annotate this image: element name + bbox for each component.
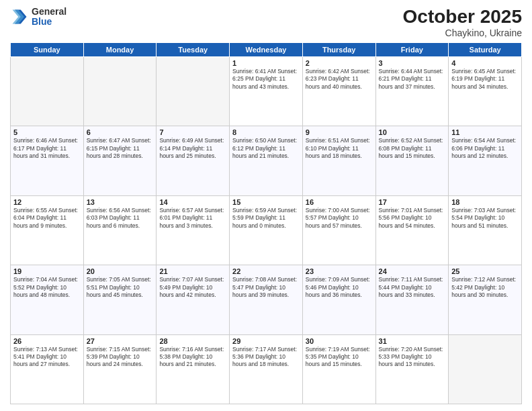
calendar-cell: 28Sunrise: 7:16 AM Sunset: 5:38 PM Dayli… (157, 334, 230, 404)
day-number: 30 (306, 337, 373, 345)
logo-blue: Blue (32, 17, 66, 27)
day-info: Sunrise: 6:42 AM Sunset: 6:23 PM Dayligh… (306, 68, 373, 91)
calendar-cell: 5Sunrise: 6:46 AM Sunset: 6:17 PM Daylig… (11, 126, 84, 195)
calendar-cell: 25Sunrise: 7:12 AM Sunset: 5:42 PM Dayli… (449, 265, 522, 334)
calendar-cell: 21Sunrise: 7:07 AM Sunset: 5:49 PM Dayli… (157, 265, 230, 334)
calendar-cell: 13Sunrise: 6:56 AM Sunset: 6:03 PM Dayli… (83, 195, 157, 265)
day-info: Sunrise: 7:11 AM Sunset: 5:44 PM Dayligh… (379, 276, 446, 299)
col-wednesday: Wednesday (230, 42, 303, 56)
calendar-week-4: 19Sunrise: 7:04 AM Sunset: 5:52 PM Dayli… (11, 265, 522, 334)
day-info: Sunrise: 6:50 AM Sunset: 6:12 PM Dayligh… (232, 137, 300, 160)
day-info: Sunrise: 7:15 AM Sunset: 5:39 PM Dayligh… (87, 346, 154, 369)
day-info: Sunrise: 7:09 AM Sunset: 5:46 PM Dayligh… (306, 276, 373, 299)
day-number: 16 (306, 198, 373, 206)
location-subtitle: Chaykino, Ukraine (403, 28, 522, 38)
calendar-cell: 6Sunrise: 6:47 AM Sunset: 6:15 PM Daylig… (83, 126, 157, 195)
day-number: 1 (232, 59, 300, 67)
calendar-cell: 27Sunrise: 7:15 AM Sunset: 5:39 PM Dayli… (83, 334, 157, 404)
calendar-week-5: 26Sunrise: 7:13 AM Sunset: 5:41 PM Dayli… (11, 334, 522, 404)
calendar-cell: 31Sunrise: 7:20 AM Sunset: 5:33 PM Dayli… (375, 334, 449, 404)
calendar-cell: 24Sunrise: 7:11 AM Sunset: 5:44 PM Dayli… (375, 265, 449, 334)
day-info: Sunrise: 7:17 AM Sunset: 5:36 PM Dayligh… (232, 346, 300, 369)
header: General Blue October 2025 Chaykino, Ukra… (10, 7, 522, 38)
calendar-cell: 30Sunrise: 7:19 AM Sunset: 5:35 PM Dayli… (302, 334, 375, 404)
day-info: Sunrise: 7:12 AM Sunset: 5:42 PM Dayligh… (451, 276, 519, 299)
calendar-cell (83, 56, 157, 126)
calendar-cell: 20Sunrise: 7:05 AM Sunset: 5:51 PM Dayli… (83, 265, 157, 334)
day-number: 11 (451, 128, 519, 136)
day-number: 21 (159, 267, 226, 275)
day-info: Sunrise: 7:01 AM Sunset: 5:56 PM Dayligh… (379, 207, 446, 230)
day-info: Sunrise: 7:04 AM Sunset: 5:52 PM Dayligh… (13, 276, 81, 299)
calendar-cell (449, 334, 522, 404)
calendar-cell: 8Sunrise: 6:50 AM Sunset: 6:12 PM Daylig… (230, 126, 303, 195)
day-number: 22 (232, 267, 300, 275)
day-number: 26 (13, 337, 81, 345)
day-number: 8 (232, 128, 300, 136)
day-info: Sunrise: 6:44 AM Sunset: 6:21 PM Dayligh… (379, 68, 446, 91)
day-info: Sunrise: 7:19 AM Sunset: 5:35 PM Dayligh… (306, 346, 373, 369)
calendar-cell (11, 56, 84, 126)
col-thursday: Thursday (302, 42, 375, 56)
calendar-cell: 29Sunrise: 7:17 AM Sunset: 5:36 PM Dayli… (230, 334, 303, 404)
day-info: Sunrise: 7:03 AM Sunset: 5:54 PM Dayligh… (451, 207, 519, 230)
header-row: Sunday Monday Tuesday Wednesday Thursday… (11, 42, 522, 56)
col-sunday: Sunday (11, 42, 84, 56)
day-info: Sunrise: 6:54 AM Sunset: 6:06 PM Dayligh… (451, 137, 519, 160)
logo-general: General (32, 7, 66, 17)
day-info: Sunrise: 6:59 AM Sunset: 5:59 PM Dayligh… (232, 207, 300, 230)
calendar-table: Sunday Monday Tuesday Wednesday Thursday… (10, 42, 522, 404)
day-info: Sunrise: 6:49 AM Sunset: 6:14 PM Dayligh… (159, 137, 226, 160)
day-info: Sunrise: 6:41 AM Sunset: 6:25 PM Dayligh… (232, 68, 300, 91)
col-monday: Monday (83, 42, 157, 56)
day-number: 10 (379, 128, 446, 136)
month-title: October 2025 (403, 7, 522, 28)
col-saturday: Saturday (449, 42, 522, 56)
calendar-cell: 16Sunrise: 7:00 AM Sunset: 5:57 PM Dayli… (302, 195, 375, 265)
day-number: 25 (451, 267, 519, 275)
day-info: Sunrise: 6:55 AM Sunset: 6:04 PM Dayligh… (13, 207, 81, 230)
day-number: 19 (13, 267, 81, 275)
day-info: Sunrise: 7:05 AM Sunset: 5:51 PM Dayligh… (87, 276, 154, 299)
day-info: Sunrise: 6:51 AM Sunset: 6:10 PM Dayligh… (306, 137, 373, 160)
page: General Blue October 2025 Chaykino, Ukra… (0, 0, 532, 411)
calendar-cell: 26Sunrise: 7:13 AM Sunset: 5:41 PM Dayli… (11, 334, 84, 404)
calendar-cell (157, 56, 230, 126)
day-number: 17 (379, 198, 446, 206)
day-info: Sunrise: 6:46 AM Sunset: 6:17 PM Dayligh… (13, 137, 81, 160)
calendar-cell: 23Sunrise: 7:09 AM Sunset: 5:46 PM Dayli… (302, 265, 375, 334)
day-number: 27 (87, 337, 154, 345)
calendar-cell: 10Sunrise: 6:52 AM Sunset: 6:08 PM Dayli… (375, 126, 449, 195)
calendar-cell: 22Sunrise: 7:08 AM Sunset: 5:47 PM Dayli… (230, 265, 303, 334)
day-info: Sunrise: 7:00 AM Sunset: 5:57 PM Dayligh… (306, 207, 373, 230)
calendar-cell: 9Sunrise: 6:51 AM Sunset: 6:10 PM Daylig… (302, 126, 375, 195)
day-info: Sunrise: 6:45 AM Sunset: 6:19 PM Dayligh… (451, 68, 519, 91)
logo: General Blue (10, 7, 66, 28)
calendar-cell: 11Sunrise: 6:54 AM Sunset: 6:06 PM Dayli… (449, 126, 522, 195)
col-tuesday: Tuesday (157, 42, 230, 56)
day-number: 15 (232, 198, 300, 206)
day-number: 6 (87, 128, 154, 136)
day-number: 7 (159, 128, 226, 136)
day-number: 24 (379, 267, 446, 275)
calendar-cell: 7Sunrise: 6:49 AM Sunset: 6:14 PM Daylig… (157, 126, 230, 195)
day-number: 23 (306, 267, 373, 275)
day-number: 28 (159, 337, 226, 345)
day-number: 9 (306, 128, 373, 136)
calendar-week-3: 12Sunrise: 6:55 AM Sunset: 6:04 PM Dayli… (11, 195, 522, 265)
day-info: Sunrise: 6:56 AM Sunset: 6:03 PM Dayligh… (87, 207, 154, 230)
title-block: October 2025 Chaykino, Ukraine (403, 7, 522, 38)
calendar-week-2: 5Sunrise: 6:46 AM Sunset: 6:17 PM Daylig… (11, 126, 522, 195)
day-number: 3 (379, 59, 446, 67)
day-number: 20 (87, 267, 154, 275)
calendar-cell: 19Sunrise: 7:04 AM Sunset: 5:52 PM Dayli… (11, 265, 84, 334)
calendar-cell: 1Sunrise: 6:41 AM Sunset: 6:25 PM Daylig… (230, 56, 303, 126)
calendar-cell: 3Sunrise: 6:44 AM Sunset: 6:21 PM Daylig… (375, 56, 449, 126)
day-number: 31 (379, 337, 446, 345)
calendar-cell: 14Sunrise: 6:57 AM Sunset: 6:01 PM Dayli… (157, 195, 230, 265)
day-number: 13 (87, 198, 154, 206)
day-number: 4 (451, 59, 519, 67)
calendar-cell: 18Sunrise: 7:03 AM Sunset: 5:54 PM Dayli… (449, 195, 522, 265)
day-info: Sunrise: 7:16 AM Sunset: 5:38 PM Dayligh… (159, 346, 226, 369)
day-info: Sunrise: 6:52 AM Sunset: 6:08 PM Dayligh… (379, 137, 446, 160)
